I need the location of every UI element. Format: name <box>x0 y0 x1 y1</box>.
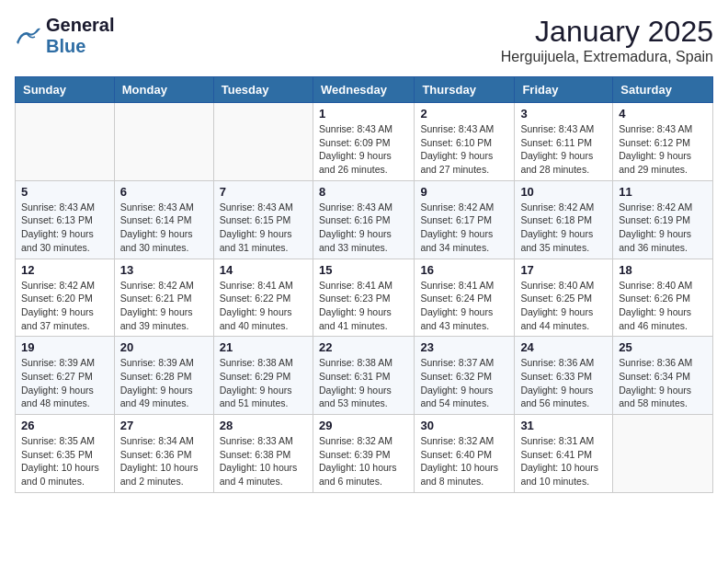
table-row: 11Sunrise: 8:42 AM Sunset: 6:19 PM Dayli… <box>613 180 713 259</box>
table-row: 15Sunrise: 8:41 AM Sunset: 6:23 PM Dayli… <box>313 259 414 337</box>
table-row: 14Sunrise: 8:41 AM Sunset: 6:22 PM Dayli… <box>213 259 313 337</box>
day-number: 3 <box>520 107 607 121</box>
day-number: 19 <box>21 340 108 354</box>
table-row: 30Sunrise: 8:32 AM Sunset: 6:40 PM Dayli… <box>415 415 515 493</box>
header-wednesday: Wednesday <box>313 77 414 103</box>
day-number: 17 <box>520 263 607 277</box>
page-header: General Blue January 2025 Herguijuela, E… <box>15 15 713 65</box>
header-tuesday: Tuesday <box>213 77 313 103</box>
day-info: Sunrise: 8:38 AM Sunset: 6:29 PM Dayligh… <box>220 356 307 410</box>
day-info: Sunrise: 8:36 AM Sunset: 6:34 PM Dayligh… <box>619 356 707 410</box>
day-number: 30 <box>420 419 508 432</box>
table-row: 12Sunrise: 8:42 AM Sunset: 6:20 PM Dayli… <box>16 259 115 337</box>
table-row: 10Sunrise: 8:42 AM Sunset: 6:18 PM Dayli… <box>515 180 613 259</box>
table-row: 6Sunrise: 8:43 AM Sunset: 6:14 PM Daylig… <box>114 180 213 259</box>
header-monday: Monday <box>114 77 213 103</box>
table-row: 19Sunrise: 8:39 AM Sunset: 6:27 PM Dayli… <box>16 337 115 415</box>
day-number: 18 <box>619 263 707 277</box>
table-row: 8Sunrise: 8:43 AM Sunset: 6:16 PM Daylig… <box>313 180 414 259</box>
day-number: 29 <box>319 419 408 432</box>
day-info: Sunrise: 8:42 AM Sunset: 6:17 PM Dayligh… <box>420 201 508 255</box>
day-info: Sunrise: 8:43 AM Sunset: 6:15 PM Dayligh… <box>220 201 307 255</box>
calendar-table: Sunday Monday Tuesday Wednesday Thursday… <box>15 76 713 493</box>
day-number: 1 <box>319 107 408 121</box>
day-number: 4 <box>619 107 707 121</box>
day-number: 8 <box>319 185 408 199</box>
day-info: Sunrise: 8:39 AM Sunset: 6:27 PM Dayligh… <box>21 356 108 410</box>
header-friday: Friday <box>515 77 613 103</box>
location-title: Herguijuela, Extremadura, Spain <box>501 49 713 65</box>
header-saturday: Saturday <box>613 77 713 103</box>
day-info: Sunrise: 8:40 AM Sunset: 6:26 PM Dayligh… <box>619 279 707 333</box>
day-number: 13 <box>120 263 208 277</box>
day-info: Sunrise: 8:38 AM Sunset: 6:31 PM Dayligh… <box>319 356 408 410</box>
table-row: 5Sunrise: 8:43 AM Sunset: 6:13 PM Daylig… <box>16 180 115 259</box>
logo-bird-icon <box>15 26 42 46</box>
day-number: 6 <box>120 185 208 199</box>
day-number: 31 <box>520 419 607 432</box>
logo-general-text: General <box>46 15 114 35</box>
day-info: Sunrise: 8:42 AM Sunset: 6:21 PM Dayligh… <box>120 279 208 333</box>
day-number: 12 <box>21 263 108 277</box>
logo-blue-text: Blue <box>46 36 85 56</box>
weekday-header-row: Sunday Monday Tuesday Wednesday Thursday… <box>16 77 713 103</box>
table-row <box>613 415 713 493</box>
day-info: Sunrise: 8:41 AM Sunset: 6:23 PM Dayligh… <box>319 279 408 333</box>
day-number: 2 <box>420 107 508 121</box>
day-info: Sunrise: 8:43 AM Sunset: 6:12 PM Dayligh… <box>619 122 707 177</box>
day-info: Sunrise: 8:43 AM Sunset: 6:16 PM Dayligh… <box>319 201 408 255</box>
table-row: 22Sunrise: 8:38 AM Sunset: 6:31 PM Dayli… <box>313 337 414 415</box>
table-row: 9Sunrise: 8:42 AM Sunset: 6:17 PM Daylig… <box>415 180 515 259</box>
calendar-week-5: 26Sunrise: 8:35 AM Sunset: 6:35 PM Dayli… <box>16 415 713 493</box>
calendar-week-4: 19Sunrise: 8:39 AM Sunset: 6:27 PM Dayli… <box>16 337 713 415</box>
table-row: 3Sunrise: 8:43 AM Sunset: 6:11 PM Daylig… <box>515 103 613 181</box>
day-info: Sunrise: 8:43 AM Sunset: 6:11 PM Dayligh… <box>520 122 607 177</box>
day-info: Sunrise: 8:42 AM Sunset: 6:18 PM Dayligh… <box>520 201 607 255</box>
day-info: Sunrise: 8:43 AM Sunset: 6:09 PM Dayligh… <box>319 122 408 177</box>
day-number: 15 <box>319 263 408 277</box>
day-info: Sunrise: 8:42 AM Sunset: 6:19 PM Dayligh… <box>619 201 707 255</box>
day-info: Sunrise: 8:37 AM Sunset: 6:32 PM Dayligh… <box>420 356 508 410</box>
table-row: 13Sunrise: 8:42 AM Sunset: 6:21 PM Dayli… <box>114 259 213 337</box>
table-row <box>213 103 313 181</box>
calendar-week-2: 5Sunrise: 8:43 AM Sunset: 6:13 PM Daylig… <box>16 180 713 259</box>
day-number: 9 <box>420 185 508 199</box>
calendar-week-3: 12Sunrise: 8:42 AM Sunset: 6:20 PM Dayli… <box>16 259 713 337</box>
day-number: 24 <box>520 340 607 354</box>
table-row: 4Sunrise: 8:43 AM Sunset: 6:12 PM Daylig… <box>613 103 713 181</box>
month-title: January 2025 <box>501 15 713 49</box>
table-row: 16Sunrise: 8:41 AM Sunset: 6:24 PM Dayli… <box>415 259 515 337</box>
day-info: Sunrise: 8:39 AM Sunset: 6:28 PM Dayligh… <box>120 356 208 410</box>
day-info: Sunrise: 8:43 AM Sunset: 6:10 PM Dayligh… <box>420 122 508 177</box>
day-info: Sunrise: 8:41 AM Sunset: 6:24 PM Dayligh… <box>420 279 508 333</box>
day-number: 28 <box>220 419 307 432</box>
day-info: Sunrise: 8:43 AM Sunset: 6:14 PM Dayligh… <box>120 201 208 255</box>
day-info: Sunrise: 8:34 AM Sunset: 6:36 PM Dayligh… <box>120 434 208 488</box>
header-thursday: Thursday <box>415 77 515 103</box>
day-number: 27 <box>120 419 208 432</box>
day-info: Sunrise: 8:33 AM Sunset: 6:38 PM Dayligh… <box>220 434 307 488</box>
day-info: Sunrise: 8:31 AM Sunset: 6:41 PM Dayligh… <box>520 434 607 488</box>
title-section: January 2025 Herguijuela, Extremadura, S… <box>501 15 713 65</box>
day-number: 5 <box>21 185 108 199</box>
day-number: 22 <box>319 340 408 354</box>
table-row: 1Sunrise: 8:43 AM Sunset: 6:09 PM Daylig… <box>313 103 414 181</box>
day-number: 11 <box>619 185 707 199</box>
day-info: Sunrise: 8:36 AM Sunset: 6:33 PM Dayligh… <box>520 356 607 410</box>
day-info: Sunrise: 8:32 AM Sunset: 6:39 PM Dayligh… <box>319 434 408 488</box>
day-number: 10 <box>520 185 607 199</box>
table-row: 21Sunrise: 8:38 AM Sunset: 6:29 PM Dayli… <box>213 337 313 415</box>
day-number: 7 <box>220 185 307 199</box>
logo: General Blue <box>15 15 114 57</box>
table-row: 28Sunrise: 8:33 AM Sunset: 6:38 PM Dayli… <box>213 415 313 493</box>
day-info: Sunrise: 8:42 AM Sunset: 6:20 PM Dayligh… <box>21 279 108 333</box>
table-row: 23Sunrise: 8:37 AM Sunset: 6:32 PM Dayli… <box>415 337 515 415</box>
table-row <box>16 103 115 181</box>
table-row: 24Sunrise: 8:36 AM Sunset: 6:33 PM Dayli… <box>515 337 613 415</box>
table-row: 29Sunrise: 8:32 AM Sunset: 6:39 PM Dayli… <box>313 415 414 493</box>
day-number: 16 <box>420 263 508 277</box>
day-number: 23 <box>420 340 508 354</box>
table-row: 17Sunrise: 8:40 AM Sunset: 6:25 PM Dayli… <box>515 259 613 337</box>
day-number: 21 <box>220 340 307 354</box>
day-info: Sunrise: 8:40 AM Sunset: 6:25 PM Dayligh… <box>520 279 607 333</box>
